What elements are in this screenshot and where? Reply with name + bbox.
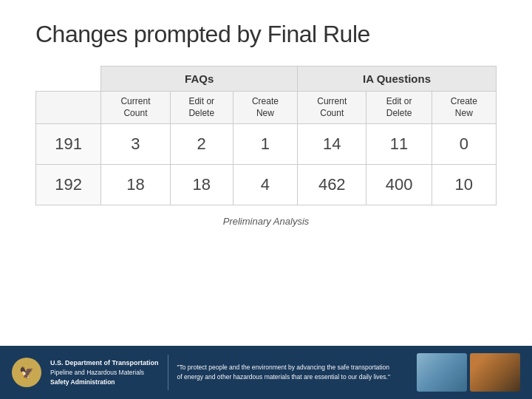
footer-image-plane: [417, 353, 467, 392]
data-table: FAQs IA Questions CurrentCount Edit orDe…: [35, 66, 497, 205]
cell-192-faqs-current: 18: [101, 165, 170, 205]
cell-192-ia-new: 10: [432, 165, 496, 205]
row-label-192: 192: [36, 165, 101, 205]
agency-line3: Safety Administration: [50, 378, 159, 387]
preliminary-note: Preliminary Analysis: [35, 216, 497, 227]
table-row: 192 18 18 4 462 400 10: [36, 165, 497, 205]
faqs-group-header: FAQs: [101, 66, 298, 92]
subheader-current-count-faqs: CurrentCount: [101, 92, 170, 124]
agency-line1: U.S. Department of Transportation: [50, 358, 159, 369]
cell-191-ia-current: 14: [298, 124, 366, 165]
footer-agency-text: U.S. Department of Transportation Pipeli…: [50, 358, 159, 387]
subheader-edit-delete-faqs: Edit orDelete: [170, 92, 233, 124]
eagle-icon: 🦅: [16, 362, 37, 383]
table-wrapper: FAQs IA Questions CurrentCount Edit orDe…: [35, 66, 497, 205]
svg-text:🦅: 🦅: [19, 366, 34, 380]
row-label-header: [36, 92, 101, 124]
subheader-current-count-ia: CurrentCount: [298, 92, 366, 124]
cell-192-ia-current: 462: [298, 165, 366, 205]
footer-images: [417, 353, 520, 392]
empty-header: [36, 66, 101, 92]
row-label-191: 191: [36, 124, 101, 165]
table-row: 191 3 2 1 14 11 0: [36, 124, 497, 165]
subheader-create-new-ia: CreateNew: [432, 92, 496, 124]
footer-divider: [168, 355, 168, 390]
cell-192-faqs-new: 4: [233, 165, 297, 205]
agency-line2: Pipeline and Hazardous Materials: [50, 368, 159, 378]
sub-header-row: CurrentCount Edit orDelete CreateNew Cur…: [36, 92, 497, 124]
subheader-edit-delete-ia: Edit orDelete: [366, 92, 432, 124]
quote-line2: of energy and other hazardous materials …: [177, 372, 408, 382]
cell-191-faqs-edit: 2: [170, 124, 233, 165]
cell-192-faqs-edit: 18: [170, 165, 233, 205]
cell-191-faqs-current: 3: [101, 124, 170, 165]
cell-191-ia-new: 0: [432, 124, 496, 165]
subheader-create-new-faqs: CreateNew: [233, 92, 297, 124]
footer-quote: "To protect people and the environment b…: [177, 363, 408, 382]
quote-line1: "To protect people and the environment b…: [177, 363, 408, 372]
cell-191-ia-edit: 11: [366, 124, 432, 165]
footer: 🦅 U.S. Department of Transportation Pipe…: [0, 346, 532, 399]
main-content: Changes prompted by Final Rule FAQs IA Q…: [0, 0, 532, 234]
cell-191-faqs-new: 1: [233, 124, 297, 165]
footer-image-pipeline: [470, 353, 520, 392]
cell-192-ia-edit: 400: [366, 165, 432, 205]
page-title: Changes prompted by Final Rule: [35, 21, 497, 48]
agency-logo: 🦅: [12, 358, 41, 387]
ia-group-header: IA Questions: [298, 66, 497, 92]
group-header-row: FAQs IA Questions: [36, 66, 497, 92]
